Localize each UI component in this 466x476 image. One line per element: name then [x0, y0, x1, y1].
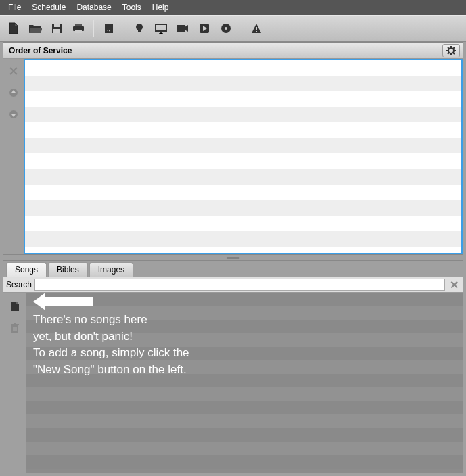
list-row	[26, 387, 463, 401]
video-button[interactable]	[173, 19, 192, 38]
print-button[interactable]	[69, 19, 88, 38]
svg-text:♫: ♫	[106, 26, 111, 32]
svg-rect-11	[177, 25, 185, 32]
svg-rect-15	[256, 27, 257, 30]
svg-point-17	[448, 48, 454, 53]
lightbulb-button[interactable]	[130, 19, 149, 38]
list-row	[26, 428, 463, 442]
music-file-icon: ♫	[104, 23, 114, 34]
new-file-icon	[8, 22, 19, 34]
list-row	[25, 107, 461, 122]
close-icon: ✕	[450, 279, 459, 291]
dvd-button[interactable]	[216, 19, 235, 38]
svg-rect-29	[11, 324, 19, 325]
new-file-icon	[10, 301, 20, 312]
play-icon	[199, 23, 210, 34]
list-row	[25, 138, 461, 153]
list-row	[26, 360, 463, 374]
move-down-button[interactable]	[7, 108, 20, 121]
list-row	[25, 231, 461, 247]
list-row	[25, 153, 461, 169]
menu-help[interactable]: Help	[147, 2, 174, 13]
service-list[interactable]	[24, 59, 463, 254]
music-file-button[interactable]: ♫	[99, 19, 118, 38]
menu-file[interactable]: File	[3, 2, 26, 13]
search-input[interactable]	[34, 279, 445, 291]
list-row	[25, 169, 461, 185]
tab-images[interactable]: Images	[89, 262, 133, 277]
open-button[interactable]	[26, 19, 45, 38]
svg-point-14	[225, 27, 227, 30]
svg-rect-5	[75, 30, 82, 33]
list-row	[26, 455, 463, 469]
library-tabs: Songs Bibles Images	[3, 261, 463, 277]
lightbulb-icon	[135, 23, 143, 34]
splitter[interactable]: ═══	[3, 255, 463, 260]
list-row	[25, 200, 461, 216]
svg-rect-30	[14, 323, 16, 324]
save-icon	[51, 23, 62, 34]
service-side-toolbar	[3, 59, 24, 254]
list-row	[26, 347, 463, 360]
presentation-button[interactable]	[152, 19, 170, 38]
list-row	[25, 60, 461, 76]
library-side-toolbar	[3, 293, 26, 473]
list-row	[25, 185, 461, 200]
search-label: Search	[6, 280, 32, 289]
svg-rect-9	[138, 30, 141, 32]
play-button[interactable]	[195, 19, 214, 38]
svg-rect-2	[53, 29, 60, 33]
toolbar-separator	[124, 20, 124, 37]
disc-icon	[220, 23, 231, 34]
svg-line-25	[448, 53, 449, 54]
svg-rect-1	[54, 24, 60, 27]
toolbar-separator	[93, 20, 94, 37]
close-icon	[9, 67, 18, 75]
list-row	[25, 216, 461, 231]
save-button[interactable]	[47, 19, 66, 38]
alert-button[interactable]	[247, 19, 266, 38]
menu-tools[interactable]: Tools	[117, 2, 147, 13]
presentation-icon	[155, 23, 167, 34]
new-song-button[interactable]	[8, 300, 22, 313]
folder-open-icon	[28, 23, 42, 34]
trash-icon	[10, 323, 20, 333]
song-list[interactable]: There's no songs here yet, but don't pan…	[26, 293, 463, 473]
new-file-button[interactable]	[4, 19, 23, 38]
list-row	[25, 91, 461, 107]
clear-search-button[interactable]: ✕	[448, 279, 460, 291]
main-toolbar: ♫	[0, 15, 466, 42]
menu-schedule[interactable]: Schedule	[26, 2, 71, 13]
svg-rect-10	[156, 24, 166, 31]
toolbar-separator	[241, 20, 241, 37]
library-panel: Songs Bibles Images Search ✕	[3, 260, 463, 473]
svg-line-23	[453, 53, 455, 54]
panel-settings-button[interactable]	[442, 44, 460, 57]
arrow-down-circle-icon	[9, 110, 18, 119]
list-row	[26, 333, 463, 347]
gear-icon	[446, 46, 456, 55]
panel-title: Order of Service	[9, 46, 72, 55]
svg-rect-16	[256, 31, 257, 32]
video-icon	[177, 24, 189, 32]
panel-header: Order of Service	[3, 43, 463, 59]
warning-icon	[251, 23, 262, 34]
tab-bibles[interactable]: Bibles	[48, 262, 88, 277]
svg-line-24	[453, 47, 455, 49]
svg-line-22	[448, 47, 449, 49]
list-row	[26, 306, 463, 320]
move-up-button[interactable]	[7, 86, 20, 99]
list-row	[26, 293, 463, 306]
remove-item-button[interactable]	[7, 64, 20, 78]
list-row	[25, 76, 461, 91]
svg-rect-3	[75, 24, 82, 26]
print-icon	[72, 23, 85, 34]
list-row	[26, 401, 463, 414]
list-row	[26, 374, 463, 387]
menu-database[interactable]: Database	[71, 2, 116, 13]
delete-song-button[interactable]	[8, 321, 22, 335]
search-bar: Search ✕	[3, 277, 463, 293]
list-row	[26, 414, 463, 428]
list-row	[25, 122, 461, 138]
tab-songs[interactable]: Songs	[6, 262, 47, 277]
